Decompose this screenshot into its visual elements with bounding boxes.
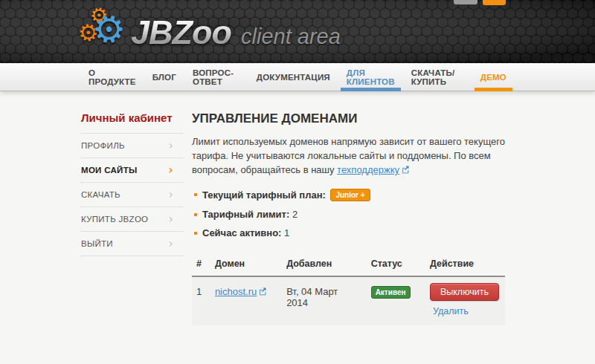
nav-item-docs[interactable]: ДОКУМЕНТАЦИЯ xyxy=(248,63,338,91)
cell-domain: nichost.ru xyxy=(210,276,282,325)
disable-button[interactable]: Выключить xyxy=(430,283,499,301)
sidebar-item-label: ПРОФИЛЬ xyxy=(81,141,125,150)
fact-plan-limit: Тарифный лимит: 2 xyxy=(192,205,517,224)
plan-badge: Junior + xyxy=(330,189,370,201)
sidebar-item-profile[interactable]: ПРОФИЛЬ› xyxy=(80,133,184,157)
logo-subtitle: client area xyxy=(241,17,341,49)
bullet-icon xyxy=(194,193,197,196)
external-link-icon xyxy=(401,163,409,178)
col-header-status: Статус xyxy=(367,253,425,276)
delete-link[interactable]: Удалить xyxy=(433,306,469,316)
cell-added: Вт, 04 Март 2014 xyxy=(282,276,367,325)
cell-status: Активен xyxy=(367,276,425,325)
external-link-icon xyxy=(258,287,266,298)
nav-item-about[interactable]: О ПРОДУКТЕ xyxy=(80,63,144,91)
sidebar-item-logout[interactable]: ВЫЙТИ› xyxy=(80,231,184,256)
domains-table: # Домен Добавлен Статус Действие 1 nicho… xyxy=(192,253,505,325)
chevron-right-icon: › xyxy=(169,142,173,149)
fact-current-plan: Текущий тарифный план: Junior + xyxy=(192,185,517,205)
nav-item-demo[interactable]: ДЕМО xyxy=(472,63,515,91)
cell-action: Выключить Удалить xyxy=(425,276,505,325)
sidebar-item-label: КУПИТЬ JBZOO xyxy=(81,215,148,224)
chevron-right-icon: › xyxy=(169,215,173,223)
logo[interactable]: ⚙ ⚙ ⚙ JBZoo client area xyxy=(80,0,515,56)
chevron-right-icon: › xyxy=(169,191,173,198)
col-header-num: # xyxy=(192,253,210,276)
nav-item-clients[interactable]: ДЛЯ КЛИЕНТОВ xyxy=(338,63,403,91)
sidebar: Личный кабинет ПРОФИЛЬ› МОИ САЙТЫ› СКАЧА… xyxy=(80,111,184,325)
sidebar-item-label: ВЫЙТИ xyxy=(81,239,113,248)
support-link[interactable]: техподдержку xyxy=(337,164,399,175)
sidebar-title: Личный кабинет xyxy=(81,111,184,124)
fact-label: Сейчас активно: xyxy=(202,227,281,238)
main-navigation: О ПРОДУКТЕ БЛОГ ВОПРОС-ОТВЕТ ДОКУМЕНТАЦИ… xyxy=(0,63,595,91)
header-mini-tab-gray[interactable] xyxy=(454,0,477,4)
fact-value: 2 xyxy=(292,209,298,220)
intro-paragraph: Лимит используемых доменов напрямую зави… xyxy=(192,134,517,178)
fact-label: Текущий тарифный план: xyxy=(202,189,326,201)
table-header-row: # Домен Добавлен Статус Действие xyxy=(192,253,505,276)
page-title: УПРАВЛЕНИЕ ДОМЕНАМИ xyxy=(192,111,517,126)
sidebar-menu: ПРОФИЛЬ› МОИ САЙТЫ› СКАЧАТЬ› КУПИТЬ JBZO… xyxy=(80,133,184,256)
sidebar-item-label: СКАЧАТЬ xyxy=(81,190,120,199)
domain-link[interactable]: nichost.ru xyxy=(215,286,257,297)
bullet-icon xyxy=(194,232,197,235)
sidebar-item-my-sites[interactable]: МОИ САЙТЫ› xyxy=(80,157,184,182)
fact-label: Тарифный лимит: xyxy=(202,209,289,220)
sidebar-item-label: МОИ САЙТЫ xyxy=(81,166,138,175)
table-row: 1 nichost.ru Вт, 04 Март 2014 Активен Вы… xyxy=(192,276,505,325)
cell-num: 1 xyxy=(192,276,210,325)
nav-item-blog[interactable]: БЛОГ xyxy=(144,63,184,91)
main-content: УПРАВЛЕНИЕ ДОМЕНАМИ Лимит используемых д… xyxy=(192,111,517,325)
sidebar-item-download[interactable]: СКАЧАТЬ› xyxy=(80,182,184,207)
col-header-added: Добавлен xyxy=(282,253,367,276)
nav-item-faq[interactable]: ВОПРОС-ОТВЕТ xyxy=(184,63,248,91)
col-header-domain: Домен xyxy=(210,253,282,276)
bullet-icon xyxy=(194,213,197,216)
plan-facts-list: Текущий тарифный план: Junior + Тарифный… xyxy=(192,185,517,242)
chevron-right-icon: › xyxy=(169,240,173,247)
fact-active-now: Сейчас активно: 1 xyxy=(192,224,517,242)
header-mini-tab-orange[interactable] xyxy=(483,0,506,5)
logo-title: JBZoo xyxy=(131,13,231,52)
gears-logo-icon: ⚙ ⚙ ⚙ xyxy=(80,9,128,56)
header: ⚙ ⚙ ⚙ JBZoo client area xyxy=(0,0,595,63)
status-badge: Активен xyxy=(371,286,411,299)
chevron-right-icon: › xyxy=(169,166,173,174)
sidebar-item-buy-jbzoo[interactable]: КУПИТЬ JBZOO› xyxy=(80,207,184,231)
nav-item-download-buy[interactable]: СКАЧАТЬ/КУПИТЬ xyxy=(403,63,472,91)
fact-value: 1 xyxy=(284,227,289,238)
col-header-action: Действие xyxy=(425,253,505,276)
